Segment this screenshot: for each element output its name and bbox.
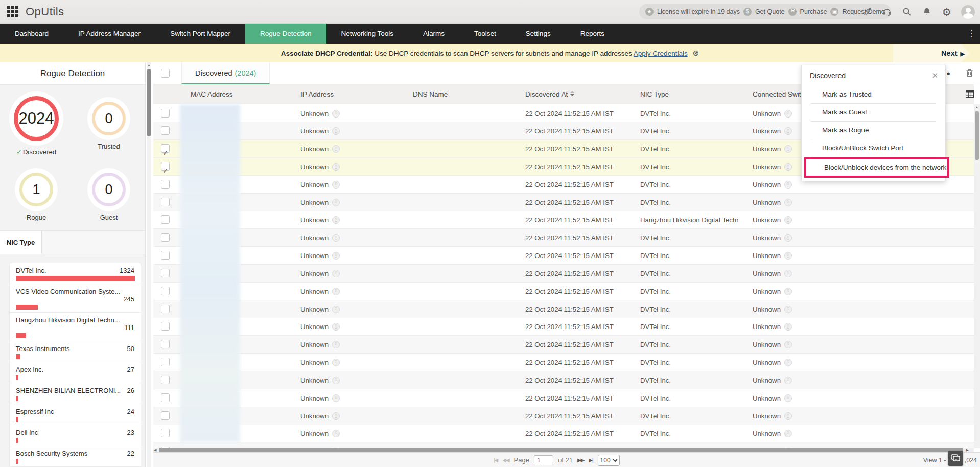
nic-item-bosch-security-systems[interactable]: Bosch Security Systems22 (10, 446, 141, 467)
row-checkbox[interactable] (161, 411, 170, 420)
column-chooser-icon[interactable] (966, 90, 974, 100)
table-row[interactable]: Unknown22 Oct 2024 11:52:15 AM ISTHangzh… (153, 211, 974, 229)
alert-icon[interactable] (332, 323, 340, 331)
nav-tab-switch-port-mapper[interactable]: Switch Port Mapper (155, 24, 245, 44)
alert-icon[interactable] (784, 110, 792, 118)
row-checkbox[interactable] (161, 198, 170, 206)
search-icon[interactable] (901, 6, 913, 17)
row-checkbox[interactable] (161, 358, 170, 366)
row-checkbox[interactable] (161, 429, 170, 437)
nic-item-dvtel-inc[interactable]: DVTel Inc.1324 (10, 263, 141, 284)
nav-tab-networking-tools[interactable]: Networking Tools (326, 24, 409, 44)
nav-tab-alarms[interactable]: Alarms (408, 24, 459, 44)
alert-icon[interactable] (784, 181, 792, 189)
row-checkbox[interactable] (161, 393, 170, 402)
sort-icon[interactable] (570, 91, 574, 96)
table-row[interactable]: Unknown22 Oct 2024 11:52:15 AM ISTDVTel … (153, 425, 974, 442)
table-row[interactable]: Unknown22 Oct 2024 11:52:15 AM ISTDVTel … (153, 265, 974, 283)
stat-guest[interactable]: 0Guest (73, 167, 145, 221)
scroll-right-icon[interactable]: ▶ (966, 448, 969, 452)
nic-item-texas-instruments[interactable]: Texas Instruments50 (10, 341, 141, 362)
alert-icon[interactable] (332, 216, 340, 224)
horizontal-scrollbar[interactable]: ◀ ▶ (153, 448, 974, 452)
table-row[interactable]: Unknown22 Oct 2024 11:52:15 AM ISTDVTel … (153, 336, 974, 354)
rocket-icon[interactable] (861, 6, 873, 17)
page-input[interactable] (534, 455, 553, 465)
alert-icon[interactable] (332, 110, 340, 118)
nav-more-icon[interactable]: ⋮ (967, 24, 976, 44)
scroll-left-icon[interactable]: ◀ (154, 448, 156, 452)
tab-discovered[interactable]: Discovered(2024) (181, 62, 270, 84)
alert-icon[interactable] (784, 341, 792, 348)
last-page-button[interactable]: ▶| (589, 457, 593, 463)
row-checkbox[interactable] (161, 251, 170, 260)
alert-icon[interactable] (332, 341, 340, 348)
table-row[interactable]: Unknown22 Oct 2024 11:52:15 AM ISTDVTel … (153, 194, 974, 212)
alert-icon[interactable] (332, 430, 340, 437)
nic-item-hangzhou-hikvision-digital-techn[interactable]: Hangzhou Hikvision Digital Techn...111 (10, 313, 141, 341)
column-header-nic-type[interactable]: NIC Type (626, 84, 738, 104)
row-checkbox[interactable] (161, 109, 170, 118)
menu-item-block-unblock-devices-from-the-network[interactable]: Block/Unblock devices from the network (804, 157, 949, 178)
notifications-icon[interactable] (921, 6, 932, 17)
table-row[interactable]: Unknown22 Oct 2024 11:52:15 AM ISTDVTel … (153, 247, 974, 265)
nic-item-vcs-video-communication-syste[interactable]: VCS Video Communication Syste...245 (10, 284, 141, 313)
alert-icon[interactable] (332, 377, 340, 384)
support-icon[interactable] (881, 6, 893, 17)
row-checkbox[interactable] (161, 305, 170, 313)
settings-icon[interactable]: ⚙ (941, 6, 952, 17)
alert-icon[interactable] (784, 199, 792, 206)
table-row[interactable]: Unknown22 Oct 2024 11:52:15 AM ISTDVTel … (153, 354, 974, 371)
nav-tab-reports[interactable]: Reports (566, 24, 619, 44)
table-row[interactable]: Unknown22 Oct 2024 11:52:15 AM ISTDVTel … (153, 229, 974, 247)
stat-trusted[interactable]: 0Trusted (73, 96, 145, 156)
alert-icon[interactable] (332, 199, 340, 206)
scroll-up-icon[interactable]: ▲ (974, 105, 980, 109)
nav-tab-settings[interactable]: Settings (511, 24, 566, 44)
alert-icon[interactable] (332, 270, 340, 277)
alert-icon[interactable] (332, 163, 340, 171)
alert-icon[interactable] (332, 234, 340, 242)
alert-icon[interactable] (332, 288, 340, 295)
alert-icon[interactable] (332, 306, 340, 313)
table-scrollbar[interactable]: ▲ (974, 104, 980, 448)
table-row[interactable]: Unknown22 Oct 2024 11:52:15 AM ISTDVTel … (153, 300, 974, 318)
app-launcher-icon[interactable] (7, 6, 18, 17)
chat-icon[interactable] (948, 451, 963, 466)
apply-credentials-link[interactable]: Apply Credentials (634, 50, 688, 57)
row-checkbox[interactable] (161, 287, 170, 295)
alert-icon[interactable] (784, 394, 792, 402)
column-header-discovered-at[interactable]: Discovered At (511, 84, 626, 104)
nav-tab-ip-address-manager[interactable]: IP Address Manager (63, 24, 155, 44)
table-scroll-thumb[interactable] (975, 111, 979, 160)
row-checkbox[interactable] (161, 340, 170, 348)
alert-icon[interactable] (784, 216, 792, 224)
alert-icon[interactable] (784, 288, 792, 295)
menu-item-block-unblock-switch-port[interactable]: Block/UnBlock Switch Port (802, 139, 945, 157)
table-row[interactable]: Unknown22 Oct 2024 11:52:15 AM ISTDVTel … (153, 389, 974, 407)
row-checkbox[interactable] (161, 180, 170, 189)
row-checkbox[interactable] (161, 126, 170, 135)
close-icon[interactable]: ✕ (931, 65, 938, 86)
get-quote-link[interactable]: Get Quote (755, 8, 785, 15)
alert-icon[interactable] (784, 377, 792, 384)
row-checkbox[interactable] (161, 269, 170, 277)
table-row[interactable]: 30:4B:D0:40:79:48Unknown22 Oct 2024 11:5… (153, 442, 974, 448)
row-checkbox[interactable] (161, 233, 170, 242)
sidebar-scrollbar[interactable]: ▲ (147, 62, 151, 467)
row-checkbox[interactable] (161, 144, 170, 153)
alert-icon[interactable] (332, 412, 340, 420)
row-checkbox[interactable] (161, 215, 170, 224)
alert-icon[interactable] (784, 412, 792, 420)
tab-nic-type[interactable]: NIC Type (0, 231, 42, 254)
horizontal-scroll-thumb[interactable] (159, 448, 963, 452)
dismiss-icon[interactable]: ⊗ (693, 44, 699, 62)
alert-icon[interactable] (784, 306, 792, 313)
column-header-ip-address[interactable]: IP Address (286, 84, 399, 104)
page-size-select[interactable]: 100 (598, 455, 620, 466)
alert-icon[interactable] (784, 145, 792, 153)
stat-rogue[interactable]: 1Rogue (0, 167, 73, 221)
row-checkbox[interactable] (161, 376, 170, 384)
menu-item-mark-as-guest[interactable]: Mark as Guest (802, 104, 945, 121)
scroll-up-icon[interactable]: ▲ (147, 63, 151, 67)
